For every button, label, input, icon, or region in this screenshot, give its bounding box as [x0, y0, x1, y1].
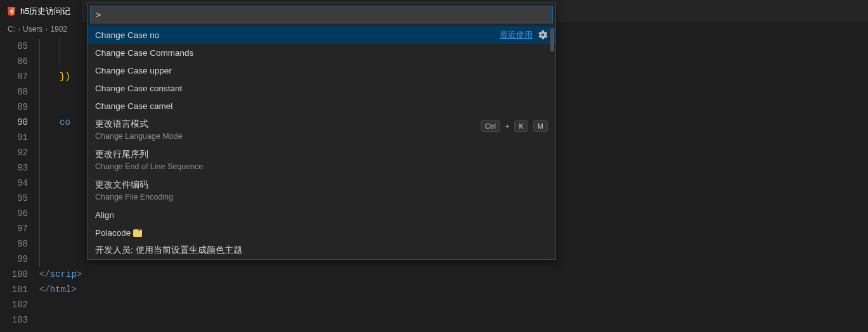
keybinding-key: Ctrl — [481, 120, 500, 132]
command-label: Change Case no — [95, 30, 500, 40]
line-number: 95 — [0, 191, 39, 206]
code-token: </ — [39, 284, 50, 295]
code-token: </ — [39, 269, 50, 279]
command-label: Change Case upper — [95, 66, 548, 75]
line-number: 96 — [0, 206, 39, 221]
command-label: 更改行尾序列 — [95, 148, 548, 161]
code-token: html — [50, 284, 72, 295]
command-item[interactable]: Change Case upper — [87, 61, 555, 79]
line-number: 91 — [0, 130, 39, 145]
command-item[interactable]: 开发人员: 使用当前设置生成颜色主题 — [87, 241, 555, 259]
command-sublabel: Change Language Mode — [95, 131, 481, 142]
command-palette-input[interactable] — [90, 6, 553, 23]
tab-active[interactable]: 5 h5历史访问记 — [0, 0, 82, 22]
code-token: > — [77, 269, 82, 279]
chevron-right-icon: › — [18, 25, 20, 34]
line-number: 98 — [0, 236, 39, 252]
chevron-right-icon: › — [45, 25, 48, 34]
line-number: 102 — [0, 297, 39, 312]
recently-used-link[interactable]: 最近使用 — [500, 29, 533, 41]
command-sublabel: Change File Encoding — [95, 191, 548, 203]
camera-icon — [133, 229, 142, 237]
command-label: 更改文件编码 — [95, 179, 548, 191]
command-item[interactable]: Change Case constant — [87, 79, 555, 97]
line-number: 103 — [0, 312, 39, 328]
command-label: Align — [95, 210, 548, 220]
html-file-icon: 5 — [6, 6, 16, 16]
command-item[interactable]: Change Case camel — [87, 97, 555, 115]
line-number: 97 — [0, 221, 39, 236]
code-token: }) — [60, 72, 70, 82]
line-number: 90 — [0, 115, 39, 130]
command-sublabel: Change End of Line Sequence — [95, 161, 548, 172]
line-number: 101 — [0, 282, 39, 297]
gear-icon[interactable] — [538, 30, 548, 40]
line-number: 88 — [0, 84, 39, 99]
line-number: 100 — [0, 267, 39, 282]
command-palette-list: Change Case no 最近使用 Change Case Commands… — [87, 26, 555, 259]
line-number-gutter: 85 86 87 88 89 90 91 92 93 94 95 96 97 9… — [0, 36, 39, 328]
command-item[interactable]: Change Case Commands — [87, 44, 555, 61]
line-number: 94 — [0, 176, 39, 191]
command-label: 更改语言模式 — [95, 118, 481, 131]
code-token: scrip — [50, 269, 77, 279]
keybinding-key: K — [514, 120, 528, 132]
line-number: 92 — [0, 145, 39, 160]
tab-label: h5历史访问记 — [20, 6, 70, 17]
line-number: 89 — [0, 99, 39, 115]
command-item[interactable]: 更改行尾序列 Change End of Line Sequence — [87, 145, 555, 176]
keybinding-key: M — [533, 120, 548, 132]
command-label: 开发人员: 使用当前设置生成颜色主题 — [95, 245, 548, 256]
code-token: > — [71, 284, 76, 295]
command-label: Change Case constant — [95, 84, 548, 93]
scrollbar-thumb[interactable] — [550, 29, 554, 51]
keybinding-plus: + — [505, 122, 509, 130]
command-item[interactable]: 更改语言模式 Change Language Mode Ctrl + K M — [87, 115, 555, 145]
code-content[interactable]: }) co </scrip> </html> — [39, 36, 82, 328]
command-item[interactable]: Polacode — [87, 224, 555, 241]
line-number: 93 — [0, 160, 39, 176]
line-number: 85 — [0, 39, 39, 54]
breadcrumb-segment[interactable]: C: — [8, 25, 15, 34]
line-number: 87 — [0, 69, 39, 84]
svg-text:5: 5 — [10, 10, 13, 14]
command-label: Change Case Commands — [95, 48, 548, 58]
code-token: co — [60, 117, 70, 127]
line-number: 99 — [0, 252, 39, 267]
command-palette: Change Case no 最近使用 Change Case Commands… — [87, 3, 556, 260]
line-number: 86 — [0, 54, 39, 69]
command-label: Polacode — [95, 228, 548, 238]
command-item[interactable]: Change Case no 最近使用 — [87, 26, 555, 44]
command-item[interactable]: 更改文件编码 Change File Encoding — [87, 176, 555, 206]
command-label: Change Case camel — [95, 101, 548, 111]
breadcrumb-segment[interactable]: Users — [23, 25, 42, 34]
command-item[interactable]: Align — [87, 206, 555, 224]
breadcrumb-segment[interactable]: 1902 — [50, 25, 67, 34]
